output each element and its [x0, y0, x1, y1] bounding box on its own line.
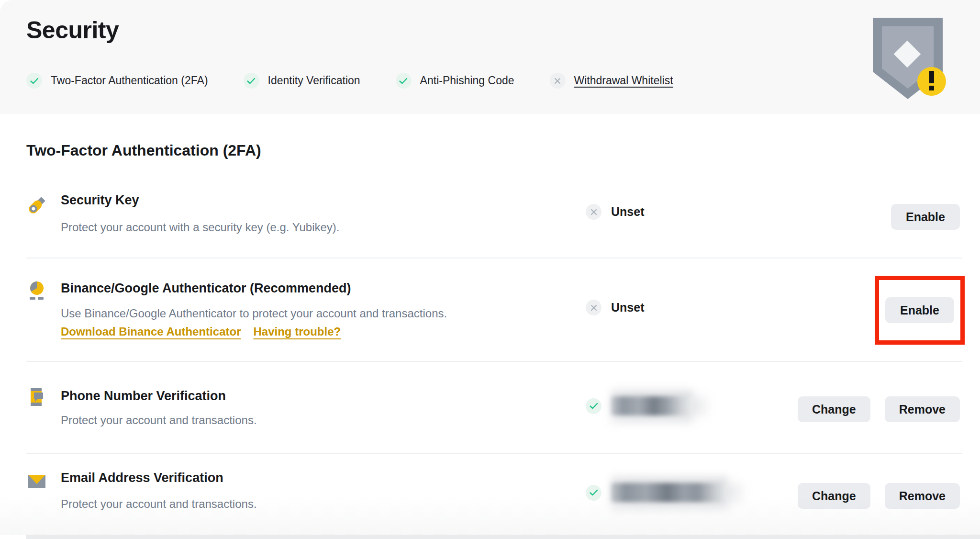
bottom-fade	[0, 496, 980, 535]
status-2fa: Two-Factor Authentication (2FA)	[26, 73, 208, 89]
divider	[26, 453, 962, 454]
status-withdrawal-whitelist[interactable]: Withdrawal Whitelist	[550, 73, 673, 89]
row-title: Security Key	[61, 193, 139, 208]
download-authenticator-link[interactable]: Download Binance Authenticator	[61, 325, 241, 338]
change-phone-button[interactable]: Change	[798, 396, 870, 422]
withdrawal-whitelist-link[interactable]: Withdrawal Whitelist	[574, 74, 673, 87]
redacted-phone-number	[611, 396, 693, 415]
security-key-icon	[26, 195, 47, 216]
x-circle-icon	[586, 204, 601, 220]
row-description: Use Binance/Google Authenticator to prot…	[61, 307, 447, 320]
phone-icon	[26, 387, 47, 408]
section-heading-2fa: Two-Factor Authentication (2FA)	[26, 142, 261, 159]
divider	[26, 258, 962, 258]
status-identity-verification: Identity Verification	[244, 73, 360, 89]
row-description: Protect your account with a security key…	[61, 221, 340, 234]
row-authenticator: Binance/Google Authenticator (Recommende…	[26, 280, 960, 361]
enable-security-key-button[interactable]: Enable	[891, 204, 960, 230]
security-status-row: Two-Factor Authentication (2FA) Identity…	[26, 73, 673, 89]
status-2fa-label: Two-Factor Authentication (2FA)	[51, 74, 208, 87]
authenticator-status: Unset	[586, 300, 644, 315]
row-security-key: Security Key Protect your account with a…	[26, 194, 960, 258]
row-links: Download Binance Authenticator Having tr…	[61, 325, 341, 338]
check-circle-icon	[26, 73, 42, 89]
security-header: Security Two-Factor Authentication (2FA)…	[0, 0, 980, 114]
row-title: Phone Number Verification	[61, 389, 226, 404]
status-anti-phishing-label: Anti-Phishing Code	[420, 74, 514, 87]
check-circle-icon	[244, 73, 259, 89]
row-title: Binance/Google Authenticator (Recommende…	[61, 281, 351, 296]
status-anti-phishing: Anti-Phishing Code	[396, 73, 514, 89]
phone-status	[586, 396, 693, 415]
check-circle-icon	[586, 398, 601, 414]
status-label: Unset	[611, 205, 644, 219]
status-identity-label: Identity Verification	[268, 74, 360, 87]
remove-phone-button[interactable]: Remove	[885, 396, 960, 422]
row-description: Protect your account and transactions.	[61, 414, 257, 427]
having-trouble-link[interactable]: Having trouble?	[253, 325, 341, 338]
divider	[26, 361, 962, 362]
enable-authenticator-button[interactable]: Enable	[885, 297, 954, 323]
security-page: Security Two-Factor Authentication (2FA)…	[0, 0, 980, 539]
next-section-edge	[26, 535, 980, 539]
x-circle-icon	[586, 300, 601, 315]
row-title: Email Address Verification	[61, 471, 223, 485]
security-shield-icon	[872, 17, 949, 102]
x-circle-icon	[550, 73, 566, 89]
email-icon	[26, 472, 47, 493]
row-phone-verification: Phone Number Verification Protect your a…	[26, 383, 960, 453]
security-key-status: Unset	[586, 204, 644, 220]
status-label: Unset	[611, 301, 644, 314]
page-title: Security	[26, 16, 119, 44]
highlight-box: Enable	[875, 276, 965, 345]
authenticator-icon	[26, 280, 47, 301]
check-circle-icon	[396, 73, 412, 89]
